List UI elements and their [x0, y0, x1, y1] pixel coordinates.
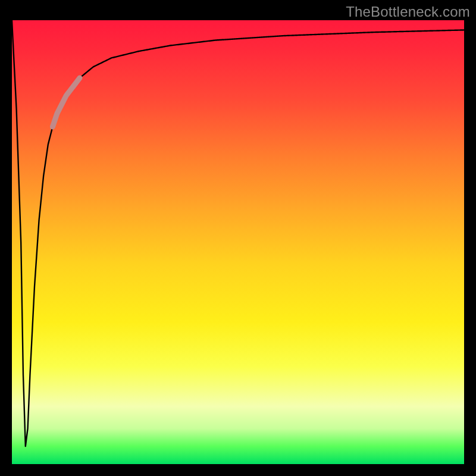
watermark-text: TheBottleneck.com [346, 4, 470, 20]
curve-highlight-segment [52, 78, 80, 127]
chart-frame: TheBottleneck.com [0, 0, 476, 476]
curve-layer [12, 20, 464, 464]
curve-main [12, 20, 464, 446]
bottleneck-curve [12, 20, 464, 446]
